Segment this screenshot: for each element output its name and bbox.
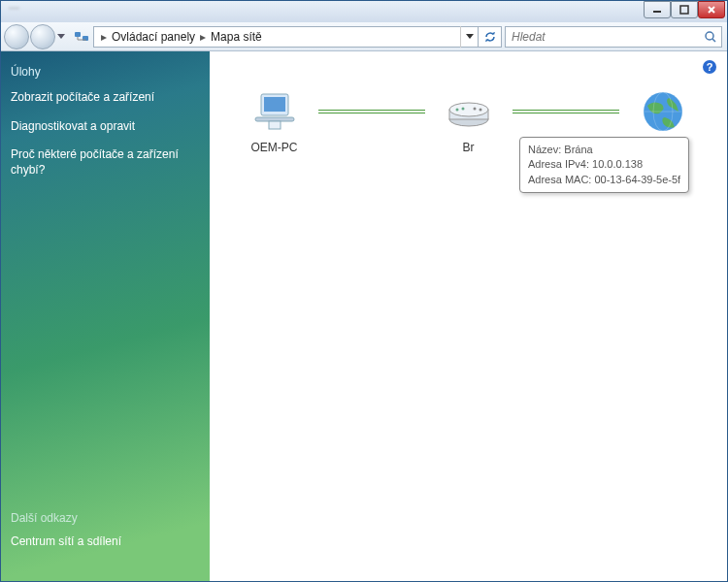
- sidebar-link-diagnose[interactable]: Diagnostikovat a opravit: [11, 119, 200, 135]
- sidebar: Úlohy Zobrazit počítače a zařízení Diagn…: [1, 51, 210, 581]
- chevron-right-icon[interactable]: ▸: [197, 30, 209, 44]
- window-controls: [644, 1, 725, 18]
- svg-text:?: ?: [707, 61, 713, 73]
- connector-2: [513, 110, 619, 113]
- titlebar-content: —: [1, 1, 644, 13]
- toolbar: ▸ Ovládací panely ▸ Mapa sítě: [1, 22, 727, 51]
- sidebar-link-why-missing[interactable]: Proč některé počítače a zařízení chybí?: [11, 147, 200, 178]
- node-pc[interactable]: OEM-PC: [231, 88, 318, 154]
- svg-point-26: [473, 108, 476, 111]
- svg-point-13: [706, 32, 713, 40]
- titlebar: —: [1, 1, 727, 22]
- search-button[interactable]: [700, 30, 721, 44]
- svg-marker-4: [57, 34, 65, 39]
- svg-point-27: [479, 109, 481, 112]
- router-icon: [446, 88, 492, 135]
- refresh-button[interactable]: [479, 26, 502, 48]
- main-pane: ? OEM-PC Br Internet: [210, 51, 727, 581]
- sidebar-title: Úlohy: [11, 65, 200, 79]
- forward-button[interactable]: [30, 24, 55, 49]
- tooltip-line-ipv4: Adresa IPv4: 10.0.0.138: [528, 157, 680, 172]
- breadcrumb-seg-2[interactable]: Mapa sítě: [209, 30, 264, 44]
- svg-marker-10: [466, 34, 474, 39]
- chevron-right-icon[interactable]: ▸: [98, 30, 110, 44]
- help-icon[interactable]: ?: [702, 59, 717, 75]
- tooltip-line-name: Název: Brána: [528, 143, 680, 157]
- svg-rect-19: [255, 117, 294, 121]
- globe-icon: [640, 88, 686, 135]
- svg-line-14: [712, 39, 715, 42]
- network-icon: [73, 28, 90, 46]
- computer-icon: [251, 88, 298, 135]
- sidebar-link-devices[interactable]: Zobrazit počítače a zařízení: [11, 90, 200, 106]
- svg-rect-20: [269, 121, 281, 129]
- node-gateway[interactable]: Br: [425, 88, 513, 154]
- sidebar-bottom-title: Další odkazy: [11, 511, 200, 525]
- sidebar-bottom: Další odkazy Centrum sítí a sdílení: [11, 511, 200, 564]
- tooltip: Název: Brána Adresa IPv4: 10.0.0.138 Adr…: [519, 137, 689, 193]
- svg-rect-1: [680, 6, 688, 14]
- close-button[interactable]: [698, 1, 725, 18]
- search-box: [505, 26, 722, 48]
- node-pc-label: OEM-PC: [251, 141, 298, 154]
- svg-rect-5: [75, 32, 81, 37]
- blurred-title: —: [9, 1, 19, 13]
- svg-point-23: [449, 103, 488, 116]
- maximize-button[interactable]: [671, 1, 698, 18]
- content: Úlohy Zobrazit počítače a zařízení Diagn…: [1, 51, 727, 581]
- svg-point-24: [455, 109, 458, 112]
- search-input[interactable]: [506, 30, 700, 44]
- node-gateway-label: Br: [463, 141, 475, 154]
- address-bar[interactable]: ▸ Ovládací panely ▸ Mapa sítě: [93, 26, 479, 48]
- address-dropdown[interactable]: [460, 26, 478, 48]
- minimize-button[interactable]: [644, 1, 671, 18]
- svg-rect-18: [264, 97, 285, 112]
- sidebar-link-network-center[interactable]: Centrum sítí a sdílení: [11, 534, 200, 550]
- connector-1: [318, 110, 425, 113]
- nav-history-dropdown[interactable]: [55, 34, 67, 39]
- breadcrumb-seg-1[interactable]: Ovládací panely: [110, 30, 197, 44]
- back-button[interactable]: [4, 24, 29, 49]
- svg-point-25: [461, 108, 464, 111]
- tooltip-line-mac: Adresa MAC: 00-13-64-39-5e-5f: [528, 173, 680, 187]
